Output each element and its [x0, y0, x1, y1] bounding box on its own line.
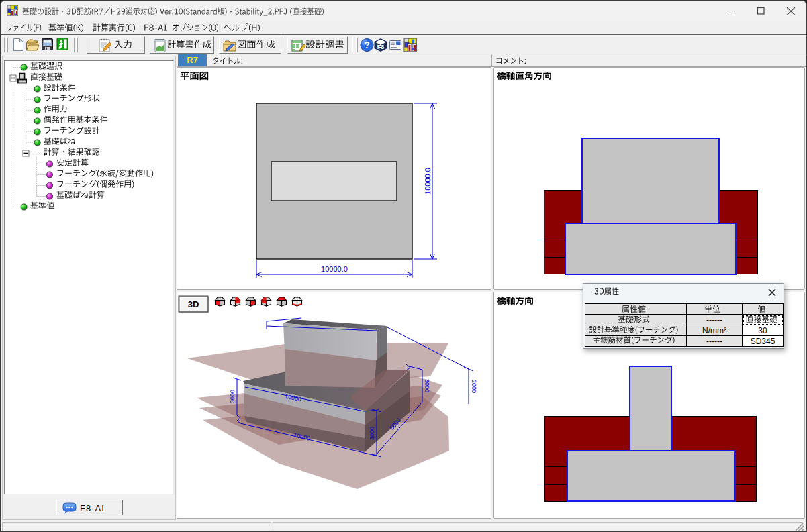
svg-text:10000.0: 10000.0 — [321, 265, 348, 273]
svg-text:3D: 3D — [188, 299, 199, 309]
svg-text:?: ? — [364, 40, 370, 50]
svg-text:2000: 2000 — [471, 380, 477, 393]
svg-text:F8: F8 — [377, 44, 385, 50]
svg-text:10000.0: 10000.0 — [424, 168, 432, 195]
svg-text:3000: 3000 — [229, 390, 236, 403]
svg-text:3000: 3000 — [424, 379, 430, 392]
svg-text:3000: 3000 — [369, 427, 375, 440]
